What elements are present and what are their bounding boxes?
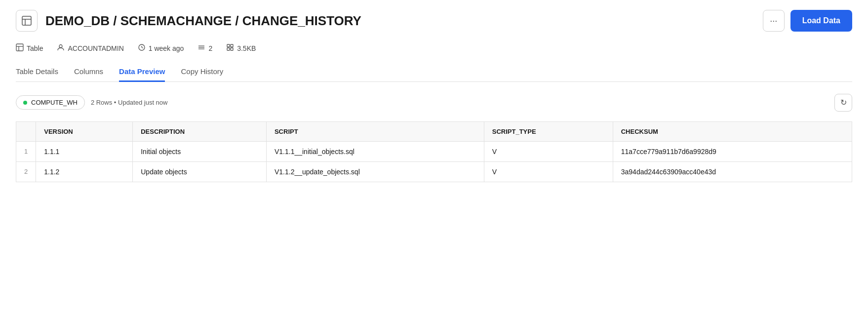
cell-checksum-1: 11a7cce779a911b7d6a9928d9 [613,141,852,161]
meta-rows-label: 2 [208,44,212,52]
refresh-icon: ↻ [840,98,847,107]
more-options-label: ··· [770,16,777,26]
svg-rect-3 [16,44,23,51]
cell-rownum-1: 1 [16,141,36,161]
cell-description-2: Update objects [133,161,267,182]
title-text: DEMO_DB / SCHEMACHANGE / CHANGE_HISTORY [45,13,361,28]
owner-icon [57,43,65,53]
size-icon [226,43,234,53]
col-header-version: VERSION [36,121,133,141]
header: DEMO_DB / SCHEMACHANGE / CHANGE_HISTORY … [16,10,852,32]
meta-owner-label: ACCOUNTADMIN [68,44,123,52]
meta-owner: ACCOUNTADMIN [57,43,123,53]
meta-size: 3.5KB [226,43,256,53]
cell-version-1: 1.1.1 [36,141,133,161]
svg-rect-0 [22,16,31,25]
meta-updated-label: 1 week ago [149,44,184,52]
warehouse-name: COMPUTE_WH [31,99,78,106]
tabs-bar: Table Details Columns Data Preview Copy … [16,67,852,82]
more-options-button[interactable]: ··· [763,10,785,32]
svg-point-6 [59,45,62,48]
svg-rect-14 [231,44,233,47]
refresh-button[interactable]: ↻ [834,94,852,112]
svg-rect-13 [227,44,230,47]
cell-script-1: V1.1.1__initial_objects.sql [266,141,484,161]
warehouse-badge[interactable]: COMPUTE_WH [16,95,85,110]
meta-row: Table ACCOUNTADMIN 1 week ago 2 3.5KB [16,43,852,53]
table-body: 1 1.1.1 Initial objects V1.1.1__initial_… [16,141,852,182]
cell-description-1: Initial objects [133,141,267,161]
col-header-script: SCRIPT [266,121,484,141]
page-wrapper: DEMO_DB / SCHEMACHANGE / CHANGE_HISTORY … [0,0,868,316]
col-header-rownum [16,121,36,141]
tab-copy-history[interactable]: Copy History [181,67,223,82]
cell-script-type-1: V [484,141,613,161]
svg-rect-15 [227,48,230,50]
tab-columns[interactable]: Columns [74,67,103,82]
table-row: 2 1.1.2 Update objects V1.1.2__update_ob… [16,161,852,182]
table-row: 1 1.1.1 Initial objects V1.1.1__initial_… [16,141,852,161]
meta-type: Table [16,43,43,53]
meta-type-label: Table [27,44,43,52]
tab-data-preview-label: Data Preview [119,67,165,76]
meta-rows: 2 [197,43,212,53]
table-header-row: VERSION DESCRIPTION SCRIPT SCRIPT_TYPE C… [16,121,852,141]
meta-updated: 1 week ago [138,43,184,53]
col-header-script-type: SCRIPT_TYPE [484,121,613,141]
toolbar-row: COMPUTE_WH 2 Rows • Updated just now ↻ [16,94,852,112]
svg-line-9 [142,47,143,48]
cell-script-2: V1.1.2__update_objects.sql [266,161,484,182]
tab-copy-history-label: Copy History [181,67,223,76]
row-info: 2 Rows • Updated just now [91,99,168,106]
header-left: DEMO_DB / SCHEMACHANGE / CHANGE_HISTORY [16,10,361,32]
load-data-label: Load Data [802,16,840,25]
col-header-checksum: CHECKSUM [613,121,852,141]
tab-table-details[interactable]: Table Details [16,67,58,82]
tab-table-details-label: Table Details [16,67,58,76]
cell-script-type-2: V [484,161,613,182]
table-icon [21,15,32,26]
table-icon-box [16,10,38,32]
toolbar-left: COMPUTE_WH 2 Rows • Updated just now [16,95,167,110]
table-type-icon [16,43,24,53]
rows-icon [197,43,205,53]
cell-version-2: 1.1.2 [36,161,133,182]
clock-icon [138,43,146,53]
tab-columns-label: Columns [74,67,103,76]
load-data-button[interactable]: Load Data [790,10,852,32]
col-header-description: DESCRIPTION [133,121,267,141]
table-header: VERSION DESCRIPTION SCRIPT SCRIPT_TYPE C… [16,121,852,141]
header-actions: ··· Load Data [763,10,852,32]
cell-rownum-2: 2 [16,161,36,182]
page-title: DEMO_DB / SCHEMACHANGE / CHANGE_HISTORY [45,13,361,29]
cell-checksum-2: 3a94dad244c63909acc40e43d [613,161,852,182]
meta-size-label: 3.5KB [237,44,256,52]
warehouse-status-dot [23,101,27,105]
svg-rect-16 [231,48,233,50]
tab-data-preview[interactable]: Data Preview [119,67,165,82]
data-table: VERSION DESCRIPTION SCRIPT SCRIPT_TYPE C… [16,121,852,182]
